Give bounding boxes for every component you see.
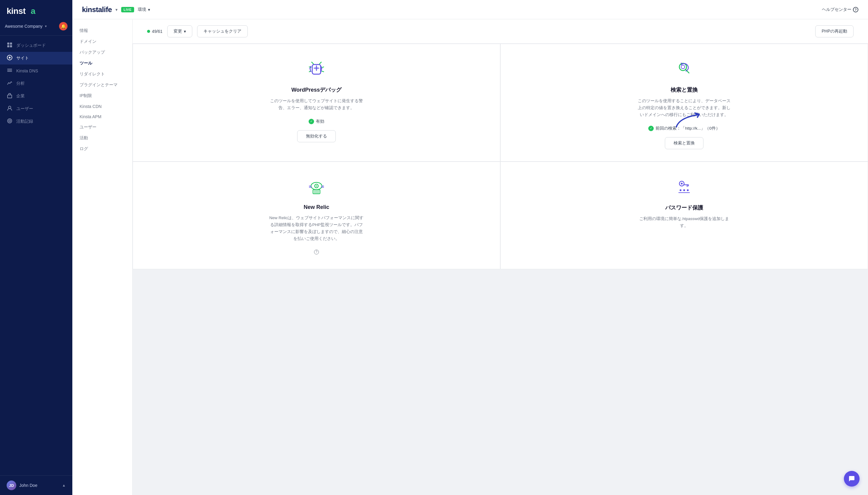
header-left: kinstalife ▾ LIVE 環境 ▾ (82, 5, 150, 14)
svg-point-45 (687, 189, 689, 191)
svg-rect-3 (10, 42, 12, 45)
company-name: Awesome Company (5, 24, 42, 29)
user-info: JD John Doe (7, 480, 37, 490)
tool-title: New Relic (303, 204, 329, 210)
sub-nav-kinsta-apm[interactable]: Kinsta APM (72, 112, 132, 122)
disable-debug-button[interactable]: 無効化する (297, 130, 336, 142)
check-circle-icon: ✓ (648, 126, 654, 131)
svg-rect-11 (7, 95, 12, 98)
company-selector[interactable]: Awesome Company ▾ (5, 24, 47, 29)
svg-text:{: { (309, 65, 312, 72)
analytics-icon (7, 80, 13, 87)
password-icon (675, 177, 694, 197)
dns-icon (7, 68, 13, 74)
sub-nav-activity[interactable]: 活動 (72, 133, 132, 143)
tool-wordpress-debug: { } WordPressデバッグ このツールを使用してウェブサイトに発生する警… (133, 44, 500, 161)
notification-bell[interactable]: 🔔 (59, 22, 68, 31)
sub-nav-kinsta-cdn[interactable]: Kinsta CDN (72, 101, 132, 112)
status-text: 49/61 (152, 29, 162, 34)
arrow-annotation (673, 106, 710, 131)
sub-nav-tools[interactable]: ツール (72, 58, 132, 69)
password-icon-wrap (673, 176, 695, 198)
logo-text: kinst a (7, 6, 40, 18)
sidebar-footer: JD John Doe ▲ (0, 475, 72, 495)
main-nav: ダッシュボード サイト Kinsta DNS 分析 企業 (0, 36, 72, 475)
svg-rect-2 (7, 42, 9, 45)
tool-desc: New Relicは、ウェブサイトパフォーマンスに関する詳細情報を取得するPHP… (268, 215, 365, 242)
sub-nav-domain[interactable]: ドメイン (72, 36, 132, 47)
company-icon (7, 93, 13, 100)
sub-nav-backup[interactable]: バックアップ (72, 47, 132, 58)
status-dot (147, 30, 150, 33)
env-chevron-icon: ▾ (148, 7, 150, 12)
chat-icon (848, 475, 855, 482)
tool-desc: このツールを使用してウェブサイトに発生する警告、エラー、通知などが確認できます。 (268, 98, 365, 112)
tools-grid: { } WordPressデバッグ このツールを使用してウェブサイトに発生する警… (133, 44, 868, 269)
site-chevron-icon[interactable]: ▾ (116, 7, 118, 12)
debug-icon-wrap: { } (306, 58, 327, 80)
sub-nav-redirect[interactable]: リダイレクト (72, 69, 132, 80)
svg-rect-4 (7, 45, 9, 47)
sub-nav-plugins-themes[interactable]: プラグインとテーマ (72, 80, 132, 90)
dashboard-icon (7, 42, 13, 49)
help-center-label: ヘルプセンター (822, 7, 851, 12)
tool-desc: ご利用の環境に簡単な.htpasswd保護を追加します。 (636, 216, 732, 229)
tool-search-replace: 検索と置換 このツールを使用することにより、データベース上の特定の値を置き換える… (500, 44, 868, 161)
sub-nav-info[interactable]: 情報 (72, 25, 132, 36)
help-circle-icon: ? (853, 7, 858, 12)
main-content: kinstalife ▾ LIVE 環境 ▾ ヘルプセンター ? 情報 ドメイン (72, 0, 868, 495)
svg-point-43 (680, 189, 681, 191)
tool-title: パスワード保護 (665, 204, 703, 211)
sidebar-item-analytics[interactable]: 分析 (0, 77, 72, 90)
top-header: kinstalife ▾ LIVE 環境 ▾ ヘルプセンター ? (72, 0, 868, 19)
sidebar-company: Awesome Company ▾ 🔔 (0, 22, 72, 36)
users-icon (7, 105, 13, 112)
status-indicator: 49/61 (147, 29, 162, 34)
sidebar-item-users[interactable]: ユーザー (0, 102, 72, 115)
sidebar-item-label: Kinsta DNS (16, 68, 38, 73)
new-relic-icon-wrap (306, 176, 327, 198)
avatar: JD (7, 480, 16, 490)
sites-icon (7, 55, 13, 62)
live-badge: LIVE (121, 7, 134, 12)
svg-point-27 (316, 185, 317, 187)
sidebar-item-dashboard[interactable]: ダッシュボード (0, 39, 72, 52)
search-replace-icon-wrap (673, 58, 695, 80)
env-label: 環境 (138, 7, 146, 12)
change-button[interactable]: 変更 ▾ (167, 25, 192, 37)
chat-bubble[interactable] (844, 471, 860, 487)
env-selector[interactable]: 環境 ▾ (138, 7, 150, 12)
help-center-link[interactable]: ヘルプセンター ? (822, 7, 858, 12)
svg-point-14 (7, 119, 12, 123)
svg-point-39 (681, 183, 683, 185)
sub-nav-logs[interactable]: ログ (72, 143, 132, 154)
sidebar-logo: kinst a (0, 0, 72, 22)
sidebar-item-label: ユーザー (16, 106, 33, 112)
sidebar-item-kinsta-dns[interactable]: Kinsta DNS (0, 65, 72, 77)
svg-point-23 (681, 65, 685, 69)
status-label: 有効 (316, 119, 324, 124)
sidebar-item-company[interactable]: 企業 (0, 90, 72, 102)
sidebar-item-label: ダッシュボード (16, 43, 46, 48)
sidebar-item-label: サイト (16, 55, 29, 61)
sub-sidebar: 情報 ドメイン バックアップ ツール リダイレクト プラグインとテーマ IP制限… (72, 19, 133, 495)
sub-nav-ip-restriction[interactable]: IP制限 (72, 90, 132, 101)
svg-text:a: a (31, 6, 36, 16)
expand-icon[interactable]: ▲ (62, 483, 66, 488)
sidebar-item-sites[interactable]: サイト (0, 52, 72, 65)
content-area: 情報 ドメイン バックアップ ツール リダイレクト プラグインとテーマ IP制限… (72, 19, 868, 495)
svg-text:}: } (320, 65, 323, 72)
header-right: ヘルプセンター ? (822, 7, 858, 12)
svg-rect-12 (9, 93, 11, 95)
clear-cache-button[interactable]: キャッシュをクリア (197, 25, 248, 37)
sidebar: kinst a Awesome Company ▾ 🔔 ダッシュボード サイト (0, 0, 72, 495)
tools-top-bar: 49/61 変更 ▾ キャッシュをクリア PHPの再起動 (133, 19, 868, 44)
search-replace-button[interactable]: 検索と置換 (665, 137, 704, 149)
tool-password-protection: パスワード保護 ご利用の環境に簡単な.htpasswd保護を追加します。 (500, 161, 868, 269)
sub-nav-users[interactable]: ユーザー (72, 122, 132, 133)
bell-icon: 🔔 (61, 24, 66, 29)
restart-php-button[interactable]: PHPの再起動 (815, 25, 853, 37)
sidebar-item-activity[interactable]: 活動記録 (0, 115, 72, 128)
tool-title: 検索と置換 (671, 86, 698, 93)
activity-icon (7, 118, 13, 125)
